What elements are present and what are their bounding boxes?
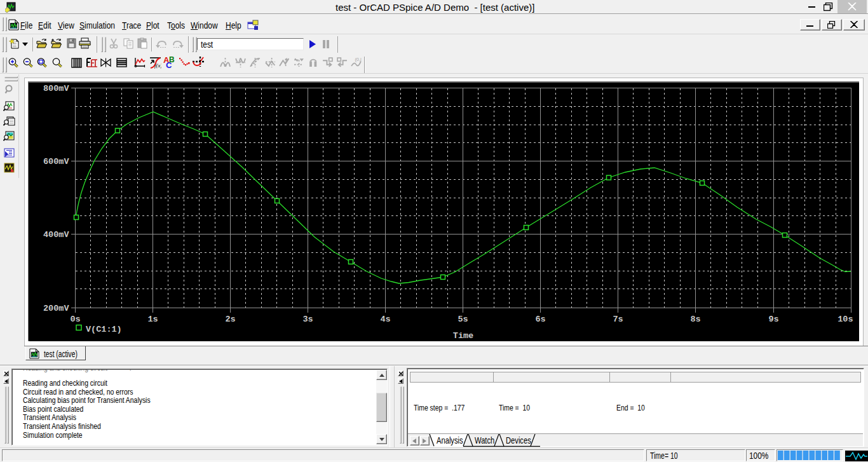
svg-text:800mV: 800mV [43,84,69,93]
svg-text:3s: 3s [302,315,313,324]
svg-text:5s: 5s [458,315,468,324]
svg-text:Devices: Devices [506,436,531,445]
svg-text:6s: 6s [535,315,545,324]
svg-text:f(x): f(x) [154,62,161,69]
svg-text:Watch: Watch [475,436,494,445]
svg-text:10s: 10s [837,315,853,324]
svg-text:400mV: 400mV [43,230,69,240]
svg-text:4s: 4s [380,315,390,324]
svg-text:200mV: 200mV [43,304,69,313]
svg-text:0s: 0s [70,315,80,324]
svg-text:8s: 8s [690,315,700,324]
svg-text:7s: 7s [613,315,623,324]
svg-text:C: C [166,60,172,69]
svg-text:600mV: 600mV [43,157,69,166]
svg-text:9s: 9s [768,315,778,324]
svg-text:V(C1:1): V(C1:1) [86,325,122,334]
svg-text:Analysis: Analysis [437,436,463,445]
svg-text:Time: Time [453,331,473,341]
svg-text:1s: 1s [147,315,158,324]
svg-text:2s: 2s [225,315,235,324]
